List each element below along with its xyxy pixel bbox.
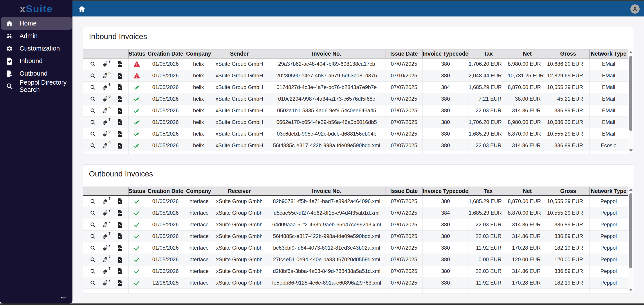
scroll-down-icon[interactable] <box>629 149 632 152</box>
document-pulse-icon[interactable] <box>117 84 123 90</box>
sidebar-item-home[interactable]: Home <box>1 17 72 30</box>
search-icon[interactable] <box>90 61 96 67</box>
scrollbar-thumb[interactable] <box>629 193 632 268</box>
status-cell <box>128 116 145 128</box>
home-icon <box>6 20 14 28</box>
scroll-down-icon[interactable] <box>629 289 632 291</box>
outbound-document-icon <box>6 70 14 78</box>
paperclip-icon[interactable]: 7 <box>102 268 110 274</box>
tax-cell: 0.00 EUR <box>468 254 508 265</box>
document-pulse-icon[interactable] <box>117 268 123 274</box>
search-icon[interactable] <box>90 222 96 228</box>
paperclip-icon[interactable]: 7 <box>102 222 110 228</box>
document-pulse-icon[interactable] <box>117 210 123 216</box>
paperclip-icon[interactable]: 7 <box>102 61 110 67</box>
search-icon[interactable] <box>90 245 96 251</box>
user-avatar[interactable] <box>630 5 640 14</box>
sidebar-item-customization[interactable]: Customization <box>1 42 72 55</box>
invoice-no-cell: 56f4885c-e317-422b-998a-fde09e590bdd.xml <box>268 140 386 151</box>
sidebar-item-peppol-directory-search[interactable]: Peppol Directory Search <box>1 80 72 92</box>
document-pulse-icon[interactable] <box>117 222 123 228</box>
paperclip-icon[interactable]: 6 <box>102 108 110 114</box>
search-icon[interactable] <box>90 96 96 102</box>
document-pulse-icon[interactable] <box>117 143 123 149</box>
sidebar-collapse-arrow-icon[interactable]: ← <box>59 292 68 300</box>
paperclip-icon[interactable]: 9 <box>102 143 110 149</box>
sidebar-item-label: Peppol Directory Search <box>20 79 72 93</box>
document-pulse-icon[interactable] <box>117 198 123 204</box>
creation-date-cell: 01/05/2026 <box>145 93 186 105</box>
invoice-row: 601/05/2026helixxSuite Group GmbH03c6deb… <box>83 128 628 140</box>
document-pulse-icon[interactable] <box>117 119 123 125</box>
column-header-issue-date: Issue Date <box>386 50 422 58</box>
paperclip-icon[interactable]: 7 <box>102 233 110 239</box>
sidebar-item-outbound[interactable]: Outbound <box>1 67 72 80</box>
scrollbar-thumb[interactable] <box>629 56 632 131</box>
document-pulse-icon[interactable] <box>117 257 123 262</box>
issue-date-cell: 07/07/2025 <box>386 219 422 230</box>
paperclip-icon[interactable]: 6 <box>102 84 110 90</box>
company-cell: helix <box>186 70 211 82</box>
network-cell: Ecosio <box>589 140 628 151</box>
gross-cell: 336.89 EUR <box>547 140 589 151</box>
search-icon[interactable] <box>90 131 96 137</box>
sidebar-item-inbound[interactable]: Inbound <box>1 55 72 67</box>
search-icon[interactable] <box>90 143 96 149</box>
outbound-scrollbar[interactable] <box>628 187 634 293</box>
attachment-count: 6 <box>108 106 110 110</box>
search-icon[interactable] <box>90 233 96 239</box>
inbound-scrollbar[interactable] <box>628 49 634 154</box>
company-cell: helix <box>186 128 211 140</box>
paperclip-icon[interactable]: 7 <box>102 245 110 251</box>
paperclip-icon[interactable]: 6 <box>102 96 110 102</box>
paperclip-icon[interactable]: 7 <box>102 210 110 216</box>
search-icon[interactable] <box>90 280 96 286</box>
typecode-cell: 380 <box>422 277 468 289</box>
column-header-tax: Tax <box>468 50 508 58</box>
sidebar-item-admin[interactable]: Admin <box>1 30 72 42</box>
search-icon[interactable] <box>90 257 96 262</box>
scroll-up-icon[interactable] <box>629 51 632 53</box>
paperclip-icon[interactable]: 7 <box>102 198 110 204</box>
document-pulse-icon[interactable] <box>117 108 123 114</box>
document-pulse-icon[interactable] <box>117 280 123 286</box>
search-icon[interactable] <box>90 198 96 204</box>
paperclip-icon[interactable]: 7 <box>102 280 110 286</box>
status-cell <box>128 207 145 219</box>
home-icon[interactable] <box>78 5 86 13</box>
row-actions: 7 <box>83 207 128 219</box>
gross-cell: 336.89 EUR <box>547 219 589 230</box>
warning-triangle-icon <box>134 61 140 67</box>
search-icon[interactable] <box>90 84 96 90</box>
document-pulse-icon[interactable] <box>117 61 123 67</box>
status-cell <box>128 254 145 265</box>
document-pulse-icon[interactable] <box>117 233 123 239</box>
paperclip-icon[interactable]: 6 <box>102 73 110 79</box>
search-icon[interactable] <box>90 73 96 79</box>
network-cell: Peppol <box>589 196 628 207</box>
company-cell: interface <box>186 242 211 254</box>
issue-date-cell: 07/10/2025 <box>386 70 422 82</box>
document-pulse-icon[interactable] <box>117 131 123 137</box>
invoice-no-cell: 20230590-e4e7-4b87-a679-5d63b081d875 <box>268 70 386 82</box>
tax-cell: 1,685.29 EUR <box>468 196 508 207</box>
party-cell: xSuite Group GmbH <box>211 140 268 151</box>
status-cell <box>128 82 145 93</box>
network-cell: Peppol <box>589 242 628 254</box>
search-icon[interactable] <box>90 108 96 114</box>
search-icon[interactable] <box>90 119 96 125</box>
network-cell: Peppol <box>589 230 628 242</box>
paperclip-icon[interactable]: 7 <box>102 257 110 262</box>
invoice-row: 701/05/2026helixxSuite Group GmbH29a37b6… <box>83 58 628 70</box>
issue-date-cell: 07/07/2025 <box>386 207 422 219</box>
party-cell: xSuite Group GmbH <box>211 58 268 70</box>
column-header-actions <box>83 187 128 196</box>
document-pulse-icon[interactable] <box>117 73 123 79</box>
paperclip-icon[interactable]: 6 <box>102 131 110 137</box>
document-pulse-icon[interactable] <box>117 245 123 251</box>
search-icon[interactable] <box>90 268 96 274</box>
document-pulse-icon[interactable] <box>117 96 123 102</box>
scroll-up-icon[interactable] <box>629 188 632 191</box>
search-icon[interactable] <box>90 210 96 216</box>
paperclip-icon[interactable]: 7 <box>102 119 110 125</box>
